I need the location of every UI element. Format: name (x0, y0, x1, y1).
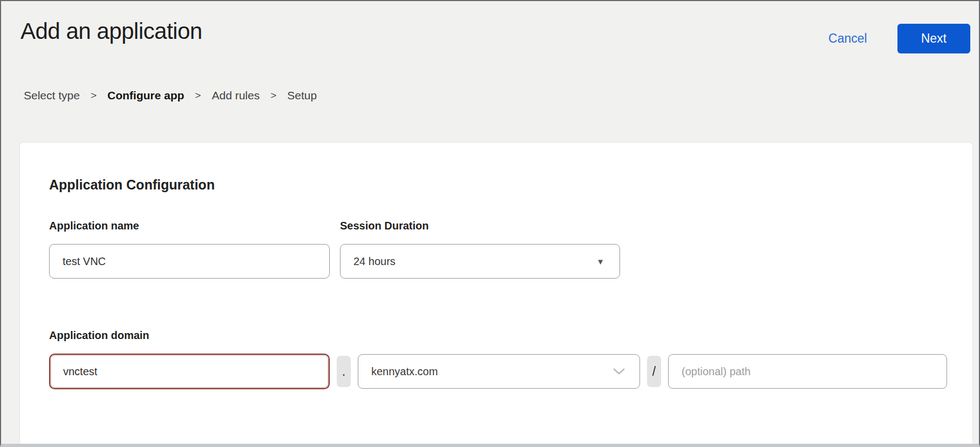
breadcrumb-step-setup: Setup (287, 89, 317, 102)
breadcrumb-step-configure-app: Configure app (107, 89, 184, 102)
application-name-field-group: Application name (49, 220, 330, 279)
page-header: Add an application Cancel Next (1, 1, 979, 53)
application-name-input[interactable] (49, 244, 330, 279)
next-button[interactable]: Next (897, 24, 970, 53)
session-duration-select[interactable]: 24 hours ▼ (340, 244, 620, 279)
header-actions: Cancel Next (825, 24, 970, 53)
page-title: Add an application (21, 18, 202, 44)
application-domain-label: Application domain (49, 329, 972, 342)
breadcrumb-separator: > (195, 90, 201, 101)
configuration-card: Application Configuration Application na… (19, 142, 973, 447)
card-heading: Application Configuration (49, 177, 972, 193)
dot-separator: . (337, 356, 351, 387)
caret-down-icon: ▼ (596, 257, 604, 266)
breadcrumb-separator: > (270, 90, 276, 101)
application-domain-field-group: Application domain . kennyatx.com / (49, 329, 972, 389)
name-session-row: Application name Session Duration 24 hou… (49, 220, 972, 279)
chevron-down-icon (612, 367, 625, 376)
application-name-label: Application name (49, 220, 330, 232)
breadcrumb-separator: > (91, 90, 97, 101)
session-duration-label: Session Duration (340, 220, 620, 232)
breadcrumb: Select type > Configure app > Add rules … (24, 89, 979, 102)
app-window: Add an application Cancel Next Select ty… (0, 0, 980, 447)
slash-separator: / (647, 356, 661, 387)
application-domain-row: . kennyatx.com / (49, 354, 972, 389)
cancel-button[interactable]: Cancel (825, 31, 870, 46)
breadcrumb-step-select-type: Select type (24, 89, 80, 102)
domain-select-value: kennyatx.com (371, 365, 438, 378)
session-duration-value: 24 hours (353, 255, 396, 268)
session-duration-field-group: Session Duration 24 hours ▼ (340, 220, 620, 279)
path-input[interactable] (668, 354, 947, 389)
domain-select[interactable]: kennyatx.com (358, 354, 640, 389)
subdomain-input[interactable] (49, 354, 330, 389)
breadcrumb-step-add-rules: Add rules (212, 89, 260, 102)
